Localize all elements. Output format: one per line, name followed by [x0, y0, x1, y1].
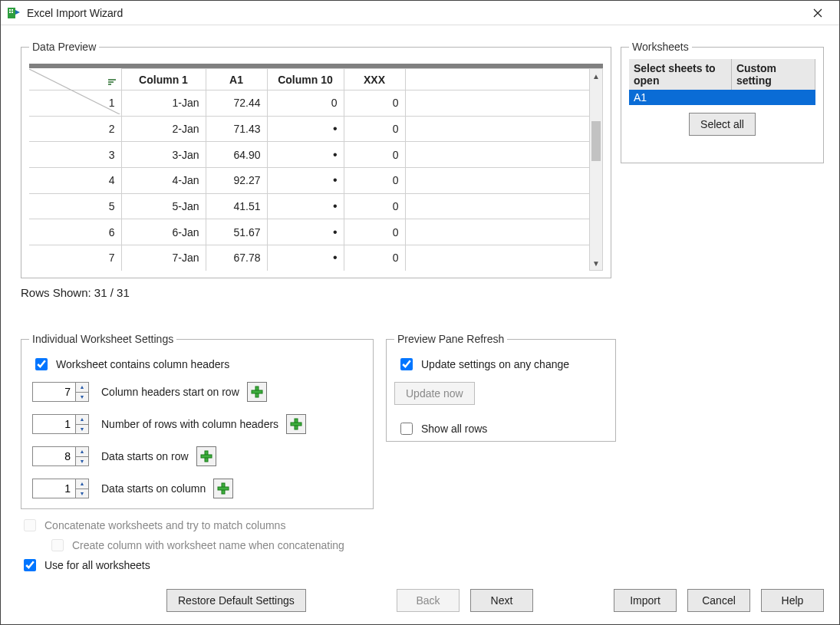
col-header[interactable]: Column 1 [121, 69, 206, 90]
svg-rect-2 [12, 9, 13, 11]
svg-rect-3 [9, 12, 11, 13]
worksheets-legend: Worksheets [629, 41, 692, 53]
spin-down-icon[interactable]: ▼ [76, 457, 88, 466]
worksheets-table[interactable]: Select sheets to open Custom setting A1 [629, 59, 815, 105]
select-all-button[interactable]: Select all [689, 113, 756, 136]
create-col-checkbox [51, 539, 64, 551]
worksheet-row[interactable]: A1 [629, 90, 815, 105]
spin-up-icon[interactable]: ▲ [76, 447, 88, 457]
headers-start-input[interactable] [32, 382, 75, 402]
worksheets-group: Worksheets Select sheets to open Custom … [621, 41, 824, 163]
spin-down-icon[interactable]: ▼ [76, 489, 88, 498]
concat-checkbox [24, 519, 36, 531]
cell: 71.43 [206, 116, 267, 142]
app-icon [7, 6, 21, 20]
scroll-down-icon[interactable]: ▼ [590, 256, 602, 270]
svg-line-5 [29, 69, 121, 115]
cell: 0 [344, 167, 405, 193]
cell: • [267, 193, 344, 219]
cell [405, 142, 590, 168]
cell: 0 [344, 142, 405, 168]
use-all-checkbox[interactable] [24, 559, 36, 571]
svg-rect-7 [108, 81, 114, 83]
spin-down-icon[interactable]: ▼ [76, 393, 88, 402]
headers-start-spinner[interactable]: ▲▼ [32, 382, 94, 402]
table-row[interactable]: 44-Jan92.27•0 [29, 167, 590, 193]
cell: 3-Jan [121, 142, 206, 168]
cell: 72.44 [206, 90, 267, 117]
help-button[interactable]: Help [761, 589, 824, 612]
has-headers-label: Worksheet contains column headers [56, 358, 229, 370]
cancel-button[interactable]: Cancel [687, 589, 750, 612]
worksheet-name: A1 [629, 90, 731, 105]
preview-grid[interactable]: Column 1 A1 Column 10 XXX 11-Jan72.44002… [29, 68, 590, 271]
grid-corner [29, 69, 121, 90]
titlebar: Excel Import Wizard [1, 1, 839, 25]
rows-shown-label: Rows Shown: 31 / 31 [21, 286, 824, 299]
col-header[interactable]: A1 [206, 69, 267, 90]
svg-rect-1 [9, 9, 11, 11]
ws-col-header[interactable]: Select sheets to open [629, 59, 731, 90]
next-button[interactable]: Next [470, 589, 533, 612]
table-row[interactable]: 77-Jan67.78•0 [29, 245, 590, 271]
data-col-input[interactable] [32, 479, 75, 498]
svg-rect-12 [291, 423, 301, 426]
worksheet-custom [731, 90, 815, 105]
restore-defaults-button[interactable]: Restore Default Settings [166, 589, 306, 612]
close-button[interactable] [802, 2, 833, 24]
spin-up-icon[interactable]: ▲ [76, 479, 88, 489]
pick-col-button[interactable] [213, 479, 233, 498]
num-header-rows-spinner[interactable]: ▲▼ [32, 414, 94, 434]
table-row[interactable]: 22-Jan71.43•0 [29, 116, 590, 142]
data-row-spinner[interactable]: ▲▼ [32, 446, 94, 466]
column-menu-icon [107, 77, 117, 87]
col-header[interactable] [405, 69, 590, 90]
create-col-label: Create column with worksheet name when c… [72, 539, 344, 551]
ws-col-header[interactable]: Custom setting [731, 59, 815, 90]
scroll-up-icon[interactable]: ▲ [590, 69, 602, 83]
data-col-spinner[interactable]: ▲▼ [32, 479, 94, 498]
cell: 67.78 [206, 245, 267, 271]
cell: 5-Jan [121, 193, 206, 219]
row-header: 3 [29, 142, 121, 168]
pick-row-button[interactable] [286, 414, 306, 434]
pick-row-button[interactable] [196, 446, 216, 466]
cell: • [267, 245, 344, 271]
update-any-checkbox[interactable] [400, 358, 413, 370]
cell: • [267, 219, 344, 245]
show-all-checkbox[interactable] [400, 423, 413, 435]
preview-refresh-group: Preview Pane Refresh Update settings on … [386, 333, 616, 442]
pick-row-button[interactable] [247, 382, 267, 402]
data-preview-legend: Data Preview [29, 41, 99, 53]
num-header-rows-input[interactable] [32, 414, 75, 434]
row-header: 2 [29, 116, 121, 142]
ppr-legend: Preview Pane Refresh [394, 333, 507, 345]
cell: 7-Jan [121, 245, 206, 271]
cell: 0 [344, 90, 405, 117]
scroll-thumb[interactable] [591, 121, 601, 161]
spin-up-icon[interactable]: ▲ [76, 415, 88, 425]
svg-rect-6 [108, 79, 116, 81]
col-header[interactable]: Column 10 [267, 69, 344, 90]
data-row-label: Data starts on row [101, 450, 189, 462]
cell: 2-Jan [121, 116, 206, 142]
table-row[interactable]: 66-Jan51.67•0 [29, 219, 590, 245]
svg-rect-8 [108, 84, 111, 85]
import-button[interactable]: Import [614, 589, 677, 612]
svg-rect-16 [218, 487, 229, 490]
cell: • [267, 167, 344, 193]
update-any-label: Update settings on any change [421, 358, 569, 370]
data-row-input[interactable] [32, 446, 75, 466]
table-row[interactable]: 55-Jan41.51•0 [29, 193, 590, 219]
spin-down-icon[interactable]: ▼ [76, 425, 88, 434]
cell: 6-Jan [121, 219, 206, 245]
cell: 0 [267, 90, 344, 117]
preview-scrollbar[interactable]: ▲ ▼ [590, 68, 603, 271]
has-headers-checkbox[interactable] [35, 358, 48, 370]
cell [405, 116, 590, 142]
iws-legend: Individual Worksheet Settings [29, 333, 176, 345]
table-row[interactable]: 33-Jan64.90•0 [29, 142, 590, 168]
data-col-label: Data starts on column [101, 482, 206, 495]
spin-up-icon[interactable]: ▲ [76, 383, 88, 393]
col-header[interactable]: XXX [344, 69, 405, 90]
